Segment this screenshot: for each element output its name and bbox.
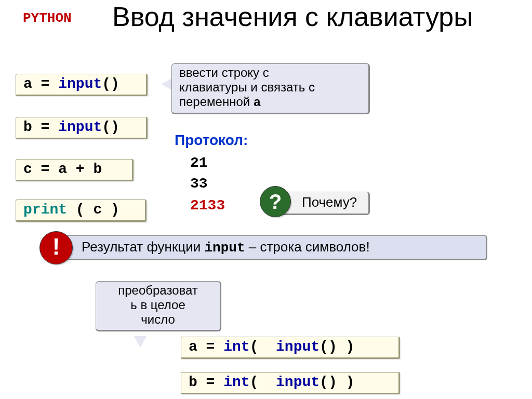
- callout-tail-down-icon: [134, 336, 147, 348]
- code-box-b-int-input: b = int( input() ): [181, 372, 400, 394]
- python-label: Python: [23, 10, 72, 26]
- why-pill: Почему?: [280, 192, 370, 215]
- code-box-a-input: a = input(): [16, 74, 148, 96]
- code-box-a-int-input: a = int( input() ): [181, 337, 400, 359]
- exclamation-icon: !: [39, 231, 73, 264]
- page-title: Ввод значения с клавиатуры: [112, 2, 512, 31]
- code-box-c-ab: c = a + b: [16, 159, 134, 181]
- protocol-val-3: 2133: [190, 197, 225, 214]
- result-callout: Результат функции input – строка символо…: [52, 235, 487, 260]
- protocol-val-1: 21: [190, 155, 208, 171]
- protocol-val-2: 33: [190, 176, 208, 192]
- callout-tail-icon: [161, 78, 172, 90]
- protocol-label: Протокол:: [175, 132, 248, 149]
- callout-input-string: ввести строку с клавиатуры и связать с п…: [171, 63, 370, 114]
- question-icon: ?: [260, 186, 291, 217]
- callout-int-convert: преобразоват ь в целое число: [96, 281, 221, 331]
- code-box-print-c: print ( c ): [16, 200, 147, 222]
- code-box-b-input: b = input(): [16, 117, 148, 139]
